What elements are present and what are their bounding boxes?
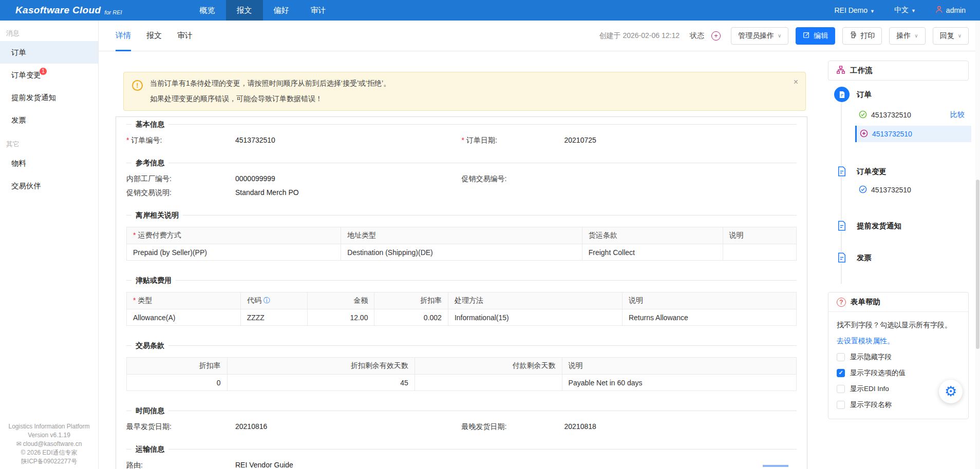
tab-audit[interactable]: 审计 bbox=[177, 21, 193, 51]
actions-button[interactable]: 操作∨ bbox=[889, 27, 925, 45]
module-settings-link[interactable]: 去设置模块属性。 bbox=[837, 337, 894, 346]
column-header: 折扣率 bbox=[374, 292, 448, 309]
checkbox-icon[interactable] bbox=[837, 401, 845, 409]
chevron-down-icon: ▼ bbox=[911, 8, 916, 13]
sidebar-item-invoices[interactable]: 发票 bbox=[0, 109, 98, 131]
sidebar-item-orders[interactable]: 订单 bbox=[0, 41, 98, 64]
status-plus-circle-icon[interactable]: + bbox=[711, 31, 721, 41]
nav-item-audit[interactable]: 审计 bbox=[300, 0, 337, 21]
workflow-node-label: 订单 bbox=[857, 90, 872, 100]
sidebar-item-label: 订单 bbox=[11, 48, 26, 56]
gear-icon: ⚙ bbox=[945, 385, 957, 399]
nav-item-preferences[interactable]: 偏好 bbox=[263, 0, 300, 21]
workflow-node-order: 订单 bbox=[834, 87, 969, 102]
option-show-field-names[interactable]: 显示字段名称 bbox=[837, 400, 960, 409]
tenant-label: REI Demo bbox=[834, 6, 868, 14]
table-cell: Informational(15) bbox=[448, 309, 622, 326]
warning-icon: ! bbox=[132, 80, 143, 91]
app-window: Kasoftware Cloud for REI 概览 报文 偏好 审计 REI… bbox=[0, 0, 980, 469]
left-sidebar: 消息 订单 订单变更1 提前发货通知 发票 其它 物料 交易伙伴 Logisti… bbox=[0, 21, 99, 469]
icp-label[interactable]: 陕ICP备09022277号 bbox=[0, 457, 98, 466]
user-menu[interactable]: admin bbox=[935, 6, 966, 15]
workflow-item-order-accepted[interactable]: 4513732510 比较 bbox=[857, 108, 969, 122]
reply-button[interactable]: 回复∨ bbox=[933, 27, 969, 45]
info-icon[interactable]: ⓘ bbox=[263, 297, 270, 304]
language-label: 中文 bbox=[894, 6, 909, 14]
table-cell: Payable Net in 60 days bbox=[562, 375, 796, 391]
checkbox-checked-icon[interactable] bbox=[837, 369, 845, 377]
sidebar-item-label: 交易伙伴 bbox=[11, 182, 41, 190]
nav-item-overview[interactable]: 概览 bbox=[189, 0, 226, 21]
top-header-bar: Kasoftware Cloud for REI 概览 报文 偏好 审计 REI… bbox=[0, 0, 980, 21]
print-button[interactable]: 打印 bbox=[842, 27, 882, 45]
notification-badge: 1 bbox=[39, 67, 47, 75]
workflow-node-asn: 提前发货通知 bbox=[834, 220, 969, 231]
platform-name: Logistics Information Platform bbox=[0, 422, 98, 431]
checkbox-icon[interactable] bbox=[837, 385, 845, 393]
section-offshore: 离岸相关说明 *运费付费方式 地址类型 货运条款 说明 bbox=[126, 215, 797, 268]
order-form: 基本信息 *订单编号:4513732510 *订单日期:20210725 参考信… bbox=[116, 116, 807, 469]
close-icon[interactable]: × bbox=[794, 77, 798, 87]
table-cell: ZZZZ bbox=[240, 309, 307, 326]
sidebar-item-order-changes[interactable]: 订单变更1 bbox=[0, 64, 98, 86]
detail-toolbar: 详情 报文 审计 创建于 2026-02-06 12:12 状态 + 管理员操作… bbox=[99, 21, 980, 51]
partially-visible-link[interactable] bbox=[763, 465, 788, 467]
table-cell: Freight Collect bbox=[582, 244, 723, 261]
nav-item-messages[interactable]: 报文 bbox=[226, 0, 263, 21]
tab-details[interactable]: 详情 bbox=[116, 21, 131, 51]
sidebar-item-asn[interactable]: 提前发货通知 bbox=[0, 86, 98, 109]
sidebar-group-other: 其它 bbox=[6, 140, 98, 149]
route-value: REI Vendor Guide bbox=[235, 459, 293, 469]
tenant-dropdown[interactable]: REI Demo▼ bbox=[834, 6, 875, 14]
sidebar-item-label: 物料 bbox=[11, 159, 26, 167]
column-header: 代码ⓘ bbox=[240, 292, 307, 309]
workflow-item-order-current[interactable]: 4513732510 bbox=[855, 126, 971, 142]
column-header: 金额 bbox=[308, 292, 374, 309]
field-label: 最早发货日期: bbox=[126, 421, 235, 432]
header-right: REI Demo▼ 中文▼ admin bbox=[834, 6, 966, 15]
required-marker: * bbox=[133, 296, 136, 304]
button-label: 管理员操作 bbox=[738, 31, 774, 41]
field-label: *订单编号: bbox=[126, 134, 235, 146]
table-row: Prepaid (by Seller)(PP) Destination (Shi… bbox=[127, 244, 797, 261]
tab-message[interactable]: 报文 bbox=[146, 21, 162, 51]
table-cell: 0.002 bbox=[374, 309, 448, 326]
sidebar-item-trading-partners[interactable]: 交易伙伴 bbox=[0, 174, 98, 197]
edit-button[interactable]: 编辑 bbox=[796, 27, 835, 45]
scrollbar-thumb[interactable] bbox=[976, 180, 979, 349]
person-icon bbox=[935, 6, 943, 15]
sidebar-group-messages: 消息 bbox=[6, 29, 98, 38]
contact-email[interactable]: ✉cloud@kasoftware.cn bbox=[0, 440, 98, 448]
checkbox-icon[interactable] bbox=[837, 353, 845, 361]
workflow-title: 工作流 bbox=[850, 66, 873, 75]
option-label: 显示EDI Info bbox=[850, 384, 889, 394]
workflow-node-label: 发票 bbox=[857, 253, 872, 263]
column-header: 说明 bbox=[723, 227, 796, 244]
version-label: Version v6.1.19 bbox=[0, 431, 98, 440]
help-hint-text: 找不到字段？勾选以显示所有字段。 bbox=[837, 320, 960, 330]
workflow-item-change[interactable]: 4513732510 bbox=[857, 183, 969, 197]
form-help-header: ? 表单帮助 bbox=[828, 292, 968, 312]
status-label: 状态 bbox=[690, 31, 704, 41]
edit-icon bbox=[803, 31, 810, 40]
section-basic-info: 基本信息 *订单编号:4513732510 *订单日期:20210725 bbox=[126, 124, 797, 150]
username-label: admin bbox=[946, 6, 966, 14]
required-marker: * bbox=[133, 231, 136, 239]
sidebar-item-materials[interactable]: 物料 bbox=[0, 152, 98, 174]
terms-table: 折扣率 折扣剩余有效天数 付款剩余天数 说明 0 45 Payable Net bbox=[126, 357, 797, 391]
compare-link[interactable]: 比较 bbox=[950, 110, 965, 120]
earliest-ship-date-value: 20210816 bbox=[235, 421, 267, 432]
email-text: cloud@kasoftware.cn bbox=[23, 440, 82, 447]
order-number: 4513732510 bbox=[872, 130, 912, 138]
chevron-down-icon: ∨ bbox=[914, 33, 918, 38]
language-dropdown[interactable]: 中文▼ bbox=[894, 6, 916, 15]
option-show-field-option-values[interactable]: 显示字段选项的值 bbox=[837, 368, 960, 378]
settings-floating-button[interactable]: ⚙ bbox=[939, 380, 963, 403]
order-number-value: 4513732510 bbox=[235, 134, 275, 146]
admin-actions-button[interactable]: 管理员操作∨ bbox=[731, 27, 788, 45]
option-show-hidden-fields[interactable]: 显示隐藏字段 bbox=[837, 353, 960, 362]
column-header: 说明 bbox=[562, 358, 796, 375]
workflow-node-label: 订单变更 bbox=[857, 167, 887, 177]
table-row: Allowance(A) ZZZZ 12.00 0.002 Informatio… bbox=[127, 309, 797, 326]
table-cell: 12.00 bbox=[308, 309, 374, 326]
